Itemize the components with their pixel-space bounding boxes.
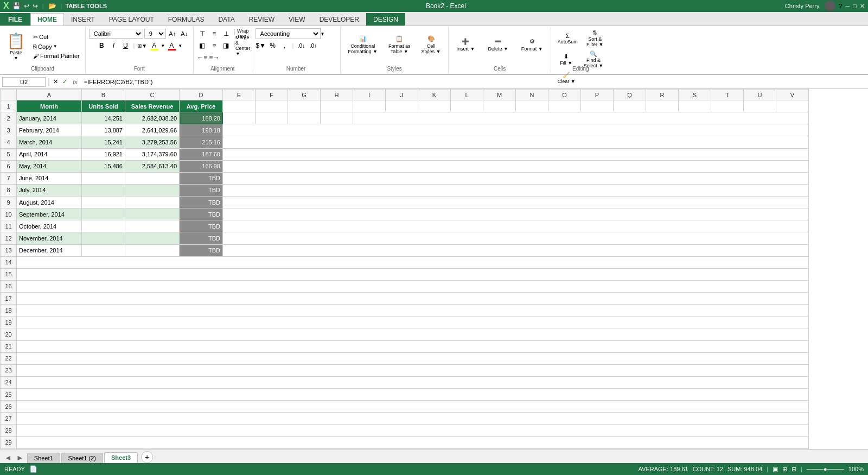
sort-filter-button[interactable]: ⇅ Sort &Filter ▼ (583, 28, 607, 48)
cell-d6[interactable]: 166.90 (180, 160, 223, 172)
undo-icon[interactable]: ↩ (23, 2, 30, 10)
row-header-21[interactable]: 21 (1, 340, 17, 352)
align-right-button[interactable]: ◨ (221, 40, 232, 51)
cell-b2[interactable]: 14,251 (82, 112, 125, 124)
cell-b10[interactable] (82, 208, 125, 220)
col-header-l[interactable]: L (451, 90, 483, 100)
clear-button[interactable]: 🧹 Clear ▼ (554, 71, 579, 85)
cell-d5[interactable]: 187.60 (180, 148, 223, 160)
dollar-button[interactable]: $▼ (256, 40, 266, 51)
cells-29[interactable] (17, 436, 809, 449)
help-icon[interactable]: ? (839, 3, 842, 9)
number-format-select[interactable]: Accounting General Number Currency Perce… (256, 28, 321, 39)
format-as-table-button[interactable]: 📋 Format asTable ▼ (384, 28, 415, 61)
row-header-22[interactable]: 22 (1, 352, 17, 364)
increase-indent-button[interactable]: ≡→ (209, 52, 220, 63)
cells-28[interactable] (17, 425, 809, 436)
col-header-a[interactable]: A (17, 90, 82, 100)
row-header-15[interactable]: 15 (1, 268, 17, 280)
cell-reference-box[interactable]: D2 (2, 77, 46, 87)
cell-b5[interactable]: 16,921 (82, 148, 125, 160)
cancel-formula-btn[interactable]: ✕ (52, 78, 59, 85)
zoom-slider[interactable]: ────●──── (807, 466, 844, 472)
fill-dropdown[interactable]: ▼ (161, 43, 165, 48)
formula-input[interactable] (82, 78, 866, 86)
cell-h2[interactable] (321, 112, 353, 124)
cell-l1[interactable] (451, 100, 483, 112)
cell-a6[interactable]: May, 2014 (17, 160, 82, 172)
align-middle-button[interactable]: ≡ (209, 28, 220, 39)
row-header-3[interactable]: 3 (1, 124, 17, 136)
delete-button[interactable]: ➖ Delete ▼ (483, 28, 512, 61)
page-view-icon[interactable]: 📄 (29, 465, 37, 473)
paste-button[interactable]: 📋 Paste ▼ (3, 31, 29, 62)
cell-v1[interactable] (776, 100, 809, 112)
cells-17[interactable] (17, 293, 809, 305)
cell-d9[interactable]: TBD (180, 197, 223, 208)
col-header-e[interactable]: E (223, 90, 256, 100)
cell-c11[interactable] (125, 220, 180, 232)
row-header-29[interactable]: 29 (1, 436, 17, 449)
cell-b8[interactable] (82, 184, 125, 196)
cell-d1[interactable]: Avg. Price (180, 100, 223, 112)
cell-q1[interactable] (614, 100, 646, 112)
row-header-24[interactable]: 24 (1, 376, 17, 388)
cell-rest-10[interactable] (223, 208, 809, 220)
page-layout-btn[interactable]: ⊞ (782, 466, 787, 473)
cell-d8[interactable]: TBD (180, 184, 223, 196)
cell-rest-5[interactable] (223, 148, 809, 160)
row-header-1[interactable]: 1 (1, 100, 17, 112)
fill-color-button[interactable]: A (149, 40, 159, 51)
cell-b12[interactable] (82, 232, 125, 244)
confirm-formula-btn[interactable]: ✓ (61, 78, 68, 85)
restore-btn[interactable]: □ (853, 3, 857, 9)
cell-a4[interactable]: March, 2014 (17, 136, 82, 148)
cell-d12[interactable]: TBD (180, 232, 223, 244)
close-btn[interactable]: ✕ (860, 3, 865, 10)
font-color-button[interactable]: A (166, 40, 177, 51)
cell-d13[interactable]: TBD (180, 244, 223, 256)
decrease-decimal-button[interactable]: .0↓ (296, 40, 307, 51)
cell-a12[interactable]: November, 2014 (17, 232, 82, 244)
cell-c3[interactable]: 2,641,029.66 (125, 124, 180, 136)
cell-d7[interactable]: TBD (180, 172, 223, 184)
col-header-p[interactable]: P (581, 90, 614, 100)
cut-button[interactable]: ✂ Cut (31, 33, 82, 42)
sheet-tab-2[interactable]: Sheet1 (2) (61, 453, 103, 463)
cell-rest-6[interactable] (223, 160, 809, 172)
cells-20[interactable] (17, 328, 809, 340)
add-sheet-button[interactable]: + (141, 451, 153, 463)
cell-styles-button[interactable]: 🎨 CellStyles ▼ (417, 28, 445, 61)
font-grow-button[interactable]: A↑ (167, 28, 178, 39)
cell-c2[interactable]: 2,682,038.20 (125, 112, 180, 124)
autosum-button[interactable]: Σ AutoSum (554, 28, 581, 48)
cell-t1[interactable] (711, 100, 744, 112)
tab-developer[interactable]: DEVELOPER (312, 13, 366, 26)
col-header-r[interactable]: R (646, 90, 679, 100)
cell-rest-2[interactable] (353, 112, 809, 124)
cell-c10[interactable] (125, 208, 180, 220)
col-header-v[interactable]: V (776, 90, 809, 100)
row-header-7[interactable]: 7 (1, 172, 17, 184)
row-header-12[interactable]: 12 (1, 232, 17, 244)
col-header-h[interactable]: H (321, 90, 353, 100)
cell-rest-8[interactable] (223, 184, 809, 196)
cell-f1[interactable] (256, 100, 288, 112)
row-header-11[interactable]: 11 (1, 220, 17, 232)
cell-s1[interactable] (679, 100, 711, 112)
cells-15[interactable] (17, 268, 809, 280)
cell-a3[interactable]: February, 2014 (17, 124, 82, 136)
cell-a8[interactable]: July, 2014 (17, 184, 82, 196)
copy-button[interactable]: ⎘ Copy ▼ (31, 42, 82, 51)
cell-g2[interactable] (288, 112, 321, 124)
tab-design[interactable]: DESIGN (366, 13, 405, 26)
row-header-27[interactable]: 27 (1, 413, 17, 425)
cell-o1[interactable] (548, 100, 581, 112)
cells-21[interactable] (17, 340, 809, 352)
cell-b6[interactable]: 15,486 (82, 160, 125, 172)
sheet-tab-1[interactable]: Sheet1 (27, 453, 60, 463)
cell-b1[interactable]: Units Sold (82, 100, 125, 112)
tab-formulas[interactable]: FORMULAS (161, 13, 212, 26)
sheet-scroll-left[interactable]: ◄ (2, 452, 14, 463)
col-header-g[interactable]: G (288, 90, 321, 100)
